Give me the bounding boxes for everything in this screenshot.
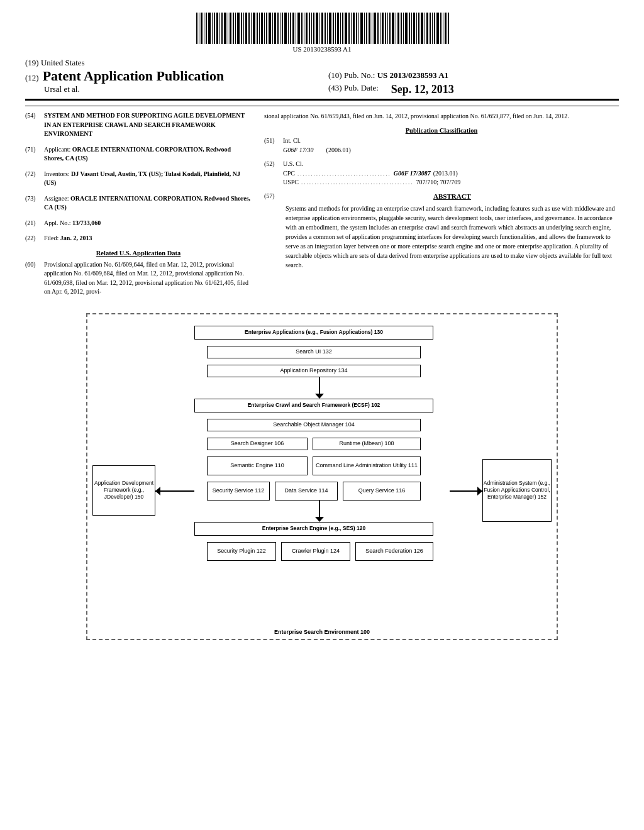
assignee-value: ORACLE INTERNATIONAL CORPORATION, Redwoo… [44,195,250,211]
svg-rect-85 [418,13,419,44]
assignee-field: (73) Assignee: ORACLE INTERNATIONAL CORP… [25,194,252,213]
int-cl-label: Int. Cl. [283,136,619,146]
svg-rect-91 [434,13,435,44]
uspc-dots: ........................................… [301,179,414,187]
svg-rect-78 [401,13,402,44]
arrow-ecsf-ese [319,501,320,518]
svg-rect-40 [301,13,303,44]
svg-rect-52 [333,13,334,44]
patent-header: (19) United States (12) Patent Applicati… [25,58,619,101]
svg-rect-25 [261,13,263,44]
svg-rect-13 [230,13,231,44]
svg-rect-15 [235,13,236,44]
svg-rect-7 [214,13,215,44]
svg-rect-5 [208,13,211,44]
appl-no-label: Appl. No.: [44,219,71,226]
svg-rect-24 [259,13,260,44]
qs-box: Query Service 116 [343,482,421,501]
rt-box: Runtime (Mbean) 108 [313,438,421,450]
svg-rect-93 [440,13,441,44]
arrow-head-admin [477,487,482,495]
filed-value: Jan. 2, 2013 [60,235,92,241]
svg-rect-28 [269,13,271,44]
svg-rect-66 [369,13,370,44]
svg-rect-87 [425,13,425,44]
svg-rect-71 [382,13,384,44]
uspc-code: 707/710; 707/709 [416,178,461,187]
svg-rect-27 [266,13,267,44]
svg-rect-19 [245,13,247,44]
pub-number-row: (10) Pub. No.: US 2013/0238593 A1 [328,70,619,80]
assignee-content: Assignee: ORACLE INTERNATIONAL CORPORATI… [44,194,252,213]
svg-rect-63 [360,13,363,44]
arrow-adf [155,490,194,492]
filed-field-num: (22) [25,234,44,243]
pub-class-header: Publication Classification [264,127,619,134]
svg-rect-62 [358,13,359,44]
cpc-year: (2013.01) [433,169,458,179]
svg-rect-12 [228,13,228,44]
int-cl-year: (2006.01) [326,146,351,155]
svg-rect-50 [327,13,328,44]
svg-rect-58 [348,13,350,44]
svg-rect-31 [277,13,279,44]
svg-rect-56 [342,13,343,44]
arrow-head-repo-ecsf [315,394,324,399]
abstract-num: (57) [264,192,282,270]
abstract-header: ABSTRACT [286,192,619,200]
svg-rect-90 [432,13,433,44]
patent-number: US 20130238593 A1 [25,45,619,53]
right-header: (10) Pub. No.: US 2013/0238593 A1 (43) P… [316,58,619,96]
cla-box: Command Line Administration Utility 111 [313,456,421,475]
related-field-num: (60) [25,260,44,297]
inventors-field: (72) Inventors: DJ Vasant Ursal, Austin,… [25,170,252,188]
svg-rect-54 [337,13,339,44]
uspc-label: USPC [283,178,299,187]
svg-rect-10 [221,13,223,44]
svg-rect-79 [403,13,404,44]
inventors-byline: Ursal et al. [25,84,316,94]
diagram-section: Enterprise Search Environment 100 Enterp… [25,313,619,640]
svg-rect-70 [380,13,380,44]
svg-rect-92 [436,13,439,44]
barcode-section: US 20130238593 A1 [25,13,619,53]
sd-box: Search Designer 106 [207,438,308,450]
applicant-label: Applicant: [44,146,70,153]
svg-rect-48 [321,13,323,44]
left-header: (19) United States (12) Patent Applicati… [25,58,316,94]
svg-rect-22 [253,13,255,44]
cpc-label: CPC [283,169,295,179]
svg-rect-61 [356,13,357,44]
abstract-content: ABSTRACT Systems and methods for providi… [286,192,619,270]
country-name-text: United States [41,58,85,67]
svg-rect-82 [411,13,412,44]
inventors-field-num: (72) [25,170,44,188]
continuation-text: sional application No. 61/659,843, filed… [264,111,619,121]
ese-box: Enterprise Search Engine (e.g., SES) 120 [194,522,433,536]
adf-box: Application Development Framework (e.g.,… [92,465,155,516]
sf-box: Search Federation 126 [355,542,433,561]
svg-rect-49 [325,13,326,44]
int-cl-num: (51) [264,136,283,155]
arrow-head-ecsf-ese [315,517,324,522]
abstract-section: (57) ABSTRACT Systems and methods for pr… [264,192,619,270]
related-content: Provisional application No. 61/609,644, … [44,260,252,297]
svg-rect-17 [241,13,242,44]
title-text: SYSTEM AND METHOD FOR SUPPORTING AGILE D… [44,112,245,137]
us-cl-field: (52) U.S. Cl. CPC ......................… [264,160,619,187]
appl-no-value: 13/733,060 [72,219,101,226]
us-cl-content: U.S. Cl. CPC ...........................… [283,160,619,187]
svg-rect-33 [282,13,283,44]
svg-rect-57 [345,13,347,44]
arrow-repo-to-ecsf [319,377,320,395]
svg-rect-23 [257,13,258,44]
svg-rect-14 [233,13,234,44]
svg-rect-77 [397,13,399,44]
svg-rect-73 [387,13,388,44]
svg-rect-20 [248,13,250,44]
svg-rect-51 [329,13,331,44]
svg-rect-42 [306,13,308,44]
svg-rect-65 [366,13,367,44]
title-field: (54) SYSTEM AND METHOD FOR SUPPORTING AG… [25,111,252,139]
assignee-label: Assignee: [44,195,69,202]
